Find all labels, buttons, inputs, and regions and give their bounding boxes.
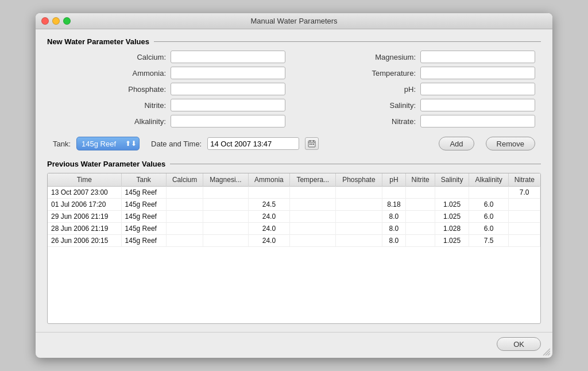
table-cell: 145g Reef [121,235,166,247]
table-cell: 1.025 [435,211,469,223]
magnesium-row: Magnesium: [303,51,535,63]
col-salinity: Salinity [435,173,469,187]
table-cell [166,235,203,247]
calcium-input[interactable] [171,51,285,63]
svg-rect-4 [310,144,311,145]
table-cell: 01 Jul 2006 17:20 [48,199,121,211]
table-cell [203,211,248,223]
datetime-label: Date and Time: [151,140,202,148]
table-cell: 1.028 [435,223,469,235]
previous-params-header: Previous Water Parameter Values [47,160,541,168]
params-table-container[interactable]: Time Tank Calcium Magnesi... Ammonia Tem… [47,173,541,324]
table-cell: 24.0 [248,211,290,223]
table-row[interactable]: 01 Jul 2006 17:20145g Reef24.58.181.0256… [48,199,540,211]
table-cell [509,199,540,211]
table-cell [248,187,290,199]
table-row[interactable]: 29 Jun 2006 21:19145g Reef24.08.01.0256.… [48,211,540,223]
col-temperature: Tempera... [290,173,336,187]
calcium-label: Calcium: [120,53,166,61]
table-cell: 24.0 [248,235,290,247]
calendar-button[interactable] [305,137,319,150]
table-row[interactable]: 28 Jun 2006 21:19145g Reef24.08.01.0286.… [48,223,540,235]
col-alkalinity: Alkalinity [469,173,509,187]
table-cell [406,223,435,235]
table-cell [336,187,382,199]
tank-select[interactable]: 145g Reef 55g Reef 30g Tank [76,137,140,150]
table-cell: 7.0 [509,187,540,199]
salinity-row: Salinity: [303,99,535,111]
table-cell [166,199,203,211]
tank-select-container: 145g Reef 55g Reef 30g Tank ⬆⬇ [76,137,140,150]
nitrite-input[interactable] [171,99,285,111]
close-button[interactable] [41,17,49,25]
col-phosphate: Phosphate [336,173,382,187]
alkalinity-label: Alkalinity: [120,117,166,126]
table-cell: 145g Reef [121,187,166,199]
table-body: 13 Oct 2007 23:00145g Reef7.001 Jul 2006… [48,187,540,247]
alkalinity-input[interactable] [171,115,285,127]
magnesium-input[interactable] [420,51,535,63]
table-cell [166,223,203,235]
table-cell: 29 Jun 2006 21:19 [48,211,121,223]
table-cell: 13 Oct 2007 23:00 [48,187,121,199]
datetime-input[interactable] [207,137,299,150]
salinity-input[interactable] [420,99,535,111]
tank-label: Tank: [53,140,71,148]
ammonia-input[interactable] [171,67,285,79]
table-cell [290,223,336,235]
new-params-header: New Water Parameter Values [47,37,541,46]
table-cell [203,187,248,199]
col-ph: pH [382,173,406,187]
table-cell: 145g Reef [121,199,166,211]
col-nitrate: Nitrate [509,173,540,187]
phosphate-input[interactable] [171,83,285,95]
table-cell: 6.0 [469,199,509,211]
nitrite-row: Nitrite: [53,99,285,111]
temperature-input[interactable] [420,67,535,79]
col-nitrite: Nitrite [406,173,435,187]
ammonia-label: Ammonia: [120,69,166,78]
window-title: Manual Water Parameters [250,17,337,25]
table-cell: 8.0 [382,223,406,235]
nitrate-input[interactable] [420,115,535,127]
new-params-section: New Water Parameter Values Calcium: Ammo… [47,37,541,127]
resize-handle[interactable] [542,347,550,355]
svg-rect-6 [313,144,314,145]
table-cell [336,235,382,247]
alkalinity-row: Alkalinity: [53,115,285,127]
left-fields: Calcium: Ammonia: Phosphate: Nitrite: [53,51,285,127]
maximize-button[interactable] [63,17,71,25]
titlebar: Manual Water Parameters [36,13,552,29]
minimize-button[interactable] [52,17,60,25]
table-cell: 8.0 [382,235,406,247]
table-row[interactable]: 13 Oct 2007 23:00145g Reef7.0 [48,187,540,199]
table-cell: 8.0 [382,211,406,223]
col-ammonia: Ammonia [248,173,290,187]
table-cell [290,199,336,211]
table-cell: 145g Reef [121,223,166,235]
ok-button[interactable]: OK [497,337,541,351]
svg-line-9 [548,353,550,355]
table-cell [435,187,469,199]
main-window: Manual Water Parameters New Water Parame… [36,13,552,358]
right-fields: Magnesium: Temperature: pH: Salinity: [303,51,535,127]
table-row[interactable]: 26 Jun 2006 20:15145g Reef24.08.01.0257.… [48,235,540,247]
table-cell: 7.5 [469,235,509,247]
table-cell [406,199,435,211]
params-table: Time Tank Calcium Magnesi... Ammonia Tem… [48,173,540,247]
ph-label: pH: [370,85,416,94]
calendar-icon [308,140,316,148]
table-cell [406,235,435,247]
previous-params-section: Previous Water Parameter Values Time Tan… [47,160,541,324]
ph-input[interactable] [420,83,535,95]
col-time: Time [48,173,121,187]
table-cell: 28 Jun 2006 21:19 [48,223,121,235]
nitrate-row: Nitrate: [303,115,535,127]
table-cell: 1.025 [435,235,469,247]
table-cell: 1.025 [435,199,469,211]
table-cell [336,223,382,235]
remove-button[interactable]: Remove [486,137,535,150]
col-magnesium: Magnesi... [203,173,248,187]
add-button[interactable]: Add [439,137,474,150]
tank-datetime-row: Tank: 145g Reef 55g Reef 30g Tank ⬆⬇ Dat… [47,133,541,154]
